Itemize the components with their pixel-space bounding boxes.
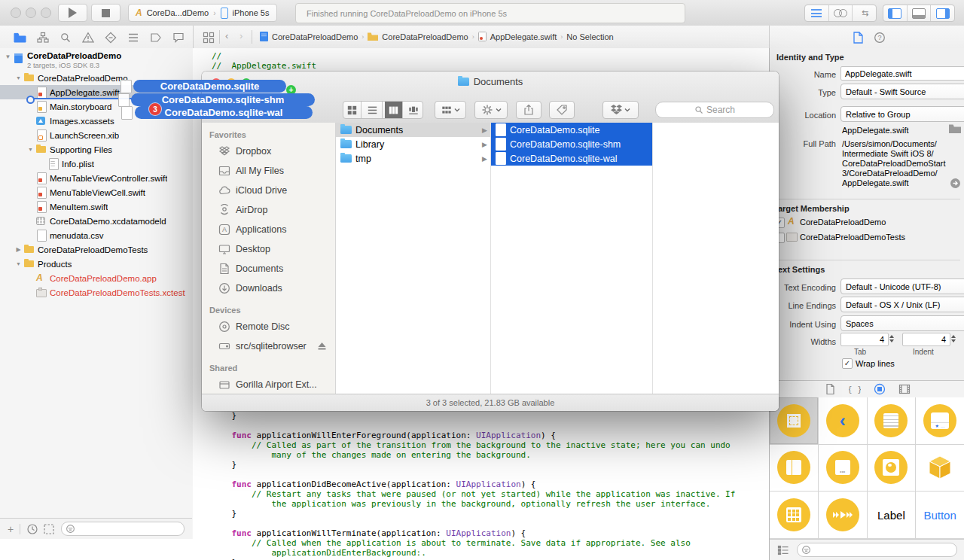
indent-width-field[interactable]: 4: [902, 333, 950, 346]
type-dropdown[interactable]: Default - Swift Source: [840, 84, 964, 99]
finder-file-coredatademo-sqlite[interactable]: CoreDataDemo.sqlite: [491, 123, 652, 137]
issue-navigator-tab[interactable]: [81, 31, 94, 44]
run-button[interactable]: [58, 4, 87, 22]
coverflow-view-button[interactable]: [405, 102, 423, 118]
toggle-navigator-button[interactable]: [883, 5, 908, 21]
test-navigator-tab[interactable]: [104, 31, 117, 44]
dropbox-toolbar-button[interactable]: [602, 101, 639, 119]
text-encoding-dropdown[interactable]: Default - Unicode (UTF-8): [840, 278, 964, 294]
disclosure-open-icon[interactable]: ▼: [26, 147, 35, 152]
finder-sidebar-item-desktop[interactable]: Desktop: [202, 239, 335, 259]
disclosure-open-icon[interactable]: ▼: [14, 261, 23, 266]
scheme-selector[interactable]: A CoreDa...dDemo › iPhone 5s: [128, 4, 277, 22]
jumpbar-group[interactable]: CoreDataPreloadDemo: [382, 32, 468, 41]
add-icon[interactable]: +: [8, 523, 14, 535]
finder-sidebar-item-src-sqlitebrowser[interactable]: src/sqlitebrowser: [202, 336, 335, 356]
close-window-button[interactable]: [11, 8, 21, 18]
location-dropdown[interactable]: Relative to Group: [840, 106, 964, 122]
library-item-table-view-controller[interactable]: [868, 397, 917, 445]
standard-editor-button[interactable]: [805, 5, 829, 21]
line-endings-dropdown[interactable]: Default - OS X / Unix (LF): [840, 297, 964, 312]
navigator-item-coredatapreloaddemo-app[interactable]: ACoreDataPreloadDemo.app: [0, 271, 193, 285]
symbol-navigator-tab[interactable]: [36, 31, 49, 44]
library-item-page-view-controller[interactable]: •••: [819, 445, 868, 492]
library-item-label-object[interactable]: Label: [868, 492, 917, 539]
tab-width-field[interactable]: 4: [840, 333, 889, 346]
action-button[interactable]: [474, 101, 508, 119]
library-item-collection-view-controller[interactable]: [770, 492, 819, 539]
finder-sidebar-item-dropbox[interactable]: Dropbox: [202, 142, 335, 161]
finder-sidebar-item-applications[interactable]: AApplications: [202, 220, 335, 239]
navigator-item-appdelegate-swift[interactable]: AppDelegate.swift: [0, 85, 193, 99]
related-items-button[interactable]: [202, 31, 215, 44]
navigator-item-main-storyboard[interactable]: Main.storyboard: [0, 99, 193, 114]
library-item-button-object[interactable]: Button: [916, 492, 964, 539]
open-in-finder-icon[interactable]: [950, 178, 960, 188]
finder-sidebar-item-gorilla-airport-ext[interactable]: Gorilla Airport Ext...: [202, 375, 335, 394]
minimize-window-button[interactable]: [26, 8, 36, 18]
jumpbar-selection[interactable]: No Selection: [566, 32, 613, 41]
finder-folder-library[interactable]: Library▶: [336, 137, 490, 151]
navigator-item-info-plist[interactable]: Info.plist: [0, 157, 193, 171]
jumpbar-file[interactable]: AppDelegate.swift: [490, 32, 557, 41]
library-item-split-view-controller[interactable]: [770, 445, 819, 492]
disclosure-open-icon[interactable]: ▼: [3, 53, 13, 69]
column-view-button[interactable]: [385, 102, 403, 118]
navigator-item-menudata-csv[interactable]: menudata.csv: [0, 228, 193, 242]
library-filter-field[interactable]: [797, 543, 957, 557]
disclosure-closed-icon[interactable]: ▶: [14, 246, 23, 253]
navigator-item-coredatademo-xcdatamodeld[interactable]: CoreDataDemo.xcdatamodeld: [0, 214, 193, 228]
media-library-tab[interactable]: [898, 383, 911, 395]
toggle-utilities-button[interactable]: [931, 5, 954, 21]
breakpoint-navigator-tab[interactable]: [149, 31, 162, 44]
navigator-item-menutableviewcell-swift[interactable]: MenuTableViewCell.swift: [0, 185, 193, 199]
indent-width-stepper[interactable]: [950, 335, 956, 342]
finder-sidebar-item-icloud-drive[interactable]: iCloud Drive: [202, 181, 335, 200]
navigator-item-launchscreen-xib[interactable]: LaunchScreen.xib: [0, 128, 193, 142]
indent-using-dropdown[interactable]: Spaces: [840, 315, 964, 331]
zoom-window-button[interactable]: [41, 8, 51, 18]
finder-sidebar-item-downloads[interactable]: Downloads: [202, 278, 335, 298]
finder-sidebar-item-all-my-files[interactable]: All My Files: [202, 161, 335, 181]
share-button[interactable]: [516, 101, 541, 119]
library-item-search-display-controller[interactable]: ★ …: [916, 397, 964, 445]
debug-navigator-tab[interactable]: [127, 31, 139, 44]
finder-folder-tmp[interactable]: tmp▶: [336, 151, 490, 166]
quick-help-tab[interactable]: ?: [873, 31, 886, 44]
library-item-object[interactable]: [916, 445, 964, 492]
icon-view-button[interactable]: [343, 102, 362, 118]
eject-icon[interactable]: [318, 342, 326, 350]
navigator-item-menutableviewcontroller-swift[interactable]: MenuTableViewController.swift: [0, 171, 193, 185]
stop-button[interactable]: [91, 4, 120, 22]
wrap-lines-checkbox[interactable]: ✓: [842, 358, 853, 369]
navigator-item-coredatapreloaddemotests-xctest[interactable]: CoreDataPreloadDemoTests.xctest: [0, 285, 193, 300]
finder-sidebar-item-remote-disc[interactable]: Remote Disc: [202, 317, 335, 336]
go-back-button[interactable]: ‹: [225, 30, 228, 41]
finder-folder-documents[interactable]: Documents▶: [336, 123, 490, 137]
tags-button[interactable]: [549, 101, 575, 119]
library-item-glkit-view-controller[interactable]: [868, 445, 917, 492]
toggle-debug-area-button[interactable]: [908, 5, 932, 21]
navigator-item-coredatapreloaddemotests[interactable]: ▶CoreDataPreloadDemoTests: [0, 242, 193, 257]
navigator-item-menuitem-swift[interactable]: MenuItem.swift: [0, 199, 193, 214]
scm-status-icon[interactable]: [43, 523, 55, 535]
finder-sidebar-item-documents[interactable]: Documents: [202, 259, 335, 278]
finder-sidebar-item-airdrop[interactable]: AirDrop: [202, 200, 335, 220]
file-inspector-tab[interactable]: [852, 31, 865, 44]
jumpbar-project[interactable]: CoreDataPreloadDemo: [272, 32, 358, 41]
object-library-tab[interactable]: [874, 383, 886, 395]
library-item-navigation-controller[interactable]: ‹: [819, 397, 868, 445]
project-row[interactable]: ▼ CoreDataPreloadDemo 2 targets, iOS SDK…: [0, 48, 193, 71]
find-navigator-tab[interactable]: [59, 31, 72, 44]
go-forward-button[interactable]: ›: [239, 30, 243, 41]
assistant-editor-button[interactable]: [829, 5, 853, 21]
library-item-av-player-view-controller[interactable]: [819, 492, 868, 539]
recent-files-icon[interactable]: [26, 523, 38, 535]
navigator-item-images-xcassets[interactable]: Images.xcassets: [0, 114, 193, 128]
version-editor-button[interactable]: ⇆: [853, 5, 876, 21]
file-template-library-tab[interactable]: [824, 383, 836, 395]
navigator-item-supporting-files[interactable]: ▼Supporting Files: [0, 142, 193, 157]
finder-search-field[interactable]: Search: [655, 102, 774, 118]
name-field[interactable]: AppDelegate.swift: [840, 66, 964, 81]
disclosure-open-icon[interactable]: ▼: [14, 75, 23, 81]
